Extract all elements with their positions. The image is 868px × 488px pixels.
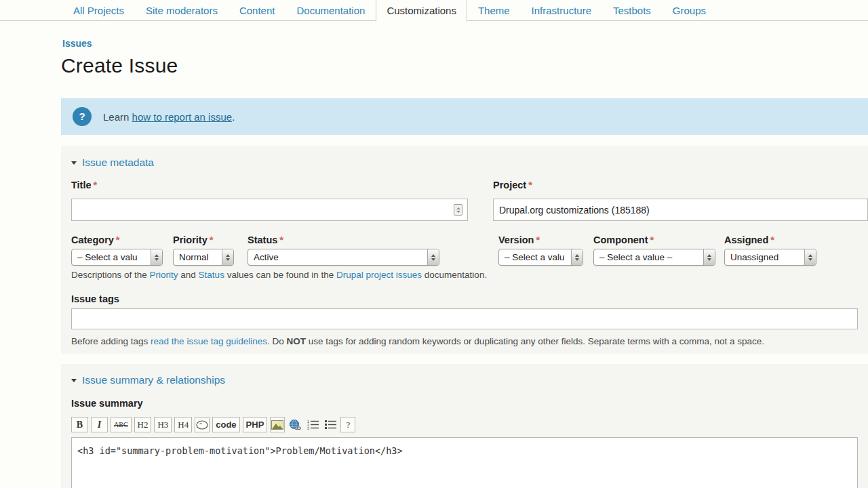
issue-summary-textarea[interactable]: <h3 id="summary-problem-motivation">Prob… [71, 437, 858, 488]
project-issues-doc-link[interactable]: Drupal project issues [336, 270, 422, 280]
tab-all-projects[interactable]: All Projects [73, 0, 124, 21]
status-doc-link[interactable]: Status [199, 270, 224, 280]
tab-theme[interactable]: Theme [478, 0, 510, 21]
h2-button[interactable]: H2 [134, 417, 152, 432]
top-tab-bar: All Projects Site moderators Content Doc… [0, 0, 868, 21]
help-icon[interactable]: ? [340, 417, 355, 432]
legend-text: Issue summary & relationships [82, 374, 225, 386]
select-arrows-icon [427, 249, 439, 265]
tab-groups[interactable]: Groups [673, 0, 706, 21]
version-label: Version* [498, 235, 540, 245]
tab-content[interactable]: Content [239, 0, 275, 21]
italic-button[interactable]: I [91, 417, 108, 432]
required-asterisk: * [279, 235, 283, 245]
issue-summary-fieldset: Issue summary & relationships Issue summ… [61, 364, 868, 488]
quote-icon[interactable]: ” [195, 417, 210, 432]
issue-summary-legend[interactable]: Issue summary & relationships [71, 374, 225, 386]
title-label: Title* [71, 180, 97, 190]
required-asterisk: * [94, 180, 98, 190]
autofill-icon[interactable] [454, 204, 462, 216]
version-select[interactable]: – Select a valu [498, 249, 583, 266]
code-button[interactable]: code [212, 417, 239, 432]
priority-doc-link[interactable]: Priority [150, 270, 178, 280]
project-input[interactable] [493, 199, 868, 221]
required-asterisk: * [528, 180, 532, 190]
collapse-arrow-icon [71, 379, 77, 382]
report-issue-link[interactable]: how to report an issue [132, 111, 233, 123]
help-banner: ? Learn how to report an issue. [61, 98, 868, 135]
required-asterisk: * [536, 235, 540, 245]
project-label: Project* [493, 180, 532, 190]
select-arrows-icon [804, 249, 816, 265]
h3-button[interactable]: H3 [154, 417, 172, 432]
select-arrows-icon [703, 249, 715, 265]
issue-tags-input-wrap [71, 308, 858, 329]
php-button[interactable]: PHP [243, 417, 268, 432]
collapse-arrow-icon [71, 161, 77, 165]
required-asterisk: * [650, 235, 654, 245]
issue-metadata-legend[interactable]: Issue metadata [71, 157, 154, 169]
banner-prefix: Learn [103, 111, 132, 123]
title-input-wrap [71, 199, 468, 221]
priority-label: Priority* [173, 235, 213, 245]
select-arrows-icon [151, 249, 162, 265]
component-label: Component* [593, 235, 654, 245]
page-title: Create Issue [61, 54, 178, 77]
strikethrough-button[interactable]: ABC [111, 417, 132, 432]
svg-text:”: ” [199, 422, 202, 428]
assigned-label: Assigned* [724, 235, 774, 245]
banner-text: Learn how to report an issue. [103, 111, 235, 123]
assigned-select[interactable]: Unassigned [724, 249, 816, 266]
svg-text:3: 3 [307, 426, 309, 430]
create-issue-page: All Projects Site moderators Content Doc… [0, 0, 868, 488]
h4-button[interactable]: H4 [174, 417, 192, 432]
tab-infrastructure[interactable]: Infrastructure [532, 0, 591, 21]
category-label: Category* [71, 235, 120, 245]
status-label: Status* [248, 235, 283, 245]
image-icon[interactable] [270, 417, 285, 432]
status-select[interactable]: Active [248, 249, 439, 266]
issue-tags-label: Issue tags [71, 293, 119, 304]
category-select[interactable]: – Select a valu [71, 249, 163, 266]
tab-documentation[interactable]: Documentation [296, 0, 365, 21]
project-input-wrap [493, 199, 868, 221]
bold-button[interactable]: B [71, 417, 88, 432]
tags-help-text: Before adding tags read the issue tag gu… [71, 336, 868, 346]
title-input[interactable] [71, 199, 468, 221]
editor-toolbar: B I ABC H2 H3 H4 ” code PHP 123 ? [71, 417, 355, 432]
tag-guidelines-link[interactable]: read the issue tag guidelines [151, 336, 267, 346]
link-globe-icon[interactable] [288, 417, 302, 432]
select-arrows-icon [571, 249, 583, 265]
legend-text: Issue metadata [82, 157, 154, 169]
component-select[interactable]: – Select a value – [593, 249, 715, 266]
required-asterisk: * [210, 235, 214, 245]
issue-metadata-fieldset: Issue metadata Title* Project* Category*… [61, 146, 868, 354]
breadcrumb-issues-link[interactable]: Issues [62, 38, 92, 49]
required-asterisk: * [116, 235, 120, 245]
banner-suffix: . [232, 111, 235, 123]
priority-status-description: Descriptions of the Priority and Status … [71, 270, 858, 280]
tab-customizations[interactable]: Customizations [376, 0, 467, 22]
issue-summary-label: Issue summary [71, 398, 143, 409]
issue-tags-input[interactable] [71, 308, 858, 329]
priority-select[interactable]: Normal [173, 249, 234, 266]
required-asterisk: * [770, 235, 774, 245]
question-icon: ? [73, 107, 92, 126]
tab-testbots[interactable]: Testbots [613, 0, 651, 21]
tab-site-moderators[interactable]: Site moderators [146, 0, 218, 21]
select-arrows-icon [222, 249, 233, 265]
ordered-list-icon[interactable]: 123 [305, 417, 320, 432]
bullet-list-icon[interactable] [323, 417, 338, 432]
